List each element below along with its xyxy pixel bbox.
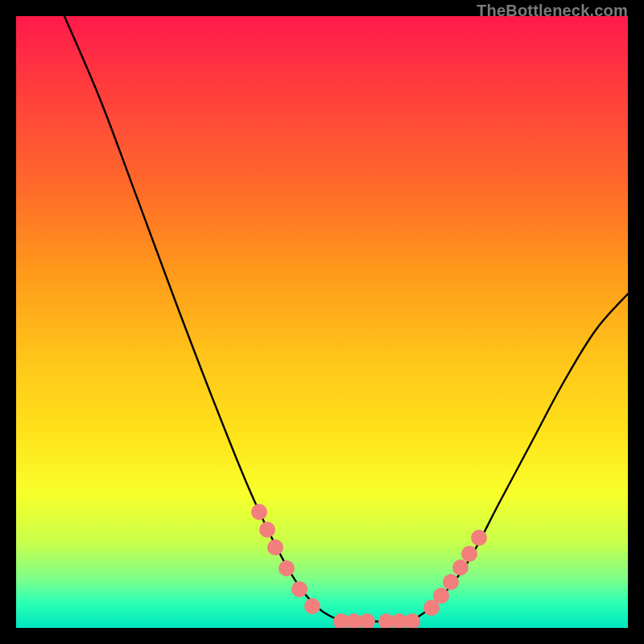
curve-segment [64, 16, 342, 621]
highlight-marker [304, 598, 320, 614]
highlight-marker [443, 574, 459, 590]
watermark-text: TheBottleneck.com [477, 2, 628, 20]
curve-segment [411, 294, 628, 621]
highlight-marker [279, 560, 295, 576]
chart-frame: TheBottleneck.com [0, 0, 644, 644]
highlight-marker [251, 504, 267, 520]
chart-svg [16, 16, 628, 628]
highlight-marker [267, 539, 283, 555]
highlight-marker [404, 613, 420, 628]
highlight-marker [452, 559, 469, 576]
highlight-marker [259, 522, 275, 538]
highlight-marker [291, 581, 308, 597]
highlight-marker [471, 530, 487, 546]
highlight-marker [433, 588, 449, 604]
highlight-marker [359, 613, 375, 628]
chart-plot-area [16, 16, 628, 628]
highlight-marker [461, 546, 477, 562]
highlight-markers [251, 504, 487, 628]
bottleneck-curve [64, 16, 628, 621]
